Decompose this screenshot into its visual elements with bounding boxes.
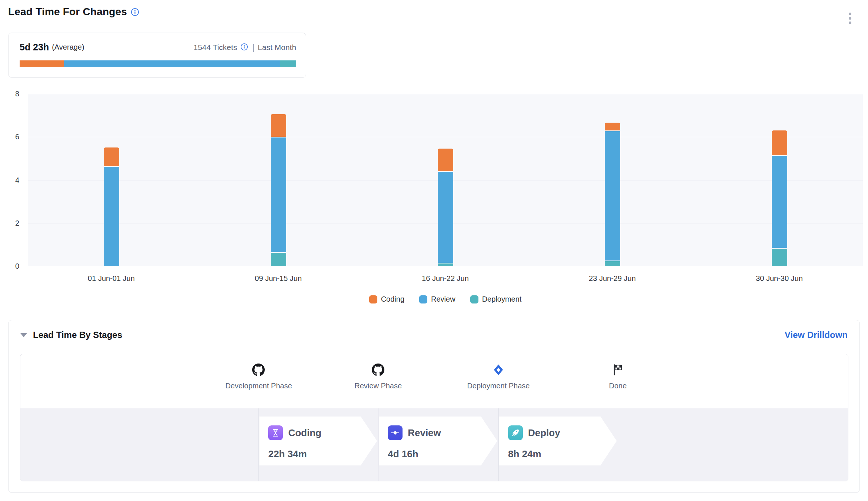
x-axis-label: 30 Jun-30 Jun — [735, 274, 824, 283]
phase-deployment: Deployment Phase — [447, 363, 550, 390]
column-divider — [498, 408, 499, 481]
github-icon — [252, 363, 265, 376]
stage-duration: 8h 24m — [508, 448, 596, 460]
y-axis-label: 2 — [0, 218, 19, 228]
bar-segment-review-0[interactable] — [104, 166, 119, 266]
gridline — [28, 94, 863, 94]
gridline — [28, 137, 863, 137]
stage-card-deploy: Deploy 8h 24m — [499, 417, 617, 465]
bar-segment-review-1[interactable] — [271, 137, 286, 252]
bar-segment-deployment-2[interactable] — [438, 263, 453, 266]
rocket-icon — [508, 425, 523, 440]
column-divider — [258, 408, 259, 481]
bar-segment-coding-4[interactable] — [772, 130, 787, 155]
github-icon — [372, 363, 384, 376]
phase-label: Development Phase — [225, 382, 292, 390]
bar-segment-deployment-4[interactable] — [772, 248, 787, 266]
stages-header: Lead Time By Stages View Drilldown — [20, 328, 848, 342]
y-axis-label: 0 — [0, 261, 19, 271]
bar-segment-coding-2[interactable] — [438, 149, 453, 171]
column-divider — [378, 408, 378, 481]
phase-label: Done — [609, 382, 627, 390]
legend-label: Deployment — [482, 295, 522, 303]
lead-time-by-stages-card: Lead Time By Stages View Drilldown Devel… — [8, 320, 860, 493]
stage-table: Development Phase Review Phase Deploymen… — [20, 354, 848, 481]
stage-card-review: Review 4d 16h — [379, 417, 497, 465]
bar-segment-coding-3[interactable] — [605, 123, 620, 130]
stage-body: Coding 22h 34m Review 4d 16h — [20, 408, 848, 481]
legend-item-coding[interactable]: Coding — [369, 295, 404, 303]
stage-duration: 22h 34m — [268, 448, 356, 460]
phase-development: Development Phase — [207, 363, 310, 390]
phase-review: Review Phase — [326, 363, 430, 390]
bar-segment-coding-1[interactable] — [271, 114, 286, 137]
legend-swatch — [419, 295, 427, 303]
x-axis-label: 01 Jun-01 Jun — [67, 274, 156, 283]
x-axis-label: 23 Jun-29 Jun — [568, 274, 657, 283]
bar-segment-coding-0[interactable] — [104, 147, 119, 166]
legend-label: Coding — [381, 295, 404, 303]
bar-segment-deployment-1[interactable] — [271, 252, 286, 266]
chart-legend: CodingReviewDeployment — [28, 295, 863, 303]
legend-swatch — [369, 295, 377, 303]
bar-segment-review-4[interactable] — [772, 155, 787, 248]
y-axis-label: 4 — [0, 175, 19, 185]
column-divider — [618, 408, 618, 481]
stage-name: Coding — [288, 427, 321, 439]
legend-item-deployment[interactable]: Deployment — [470, 295, 522, 303]
stage-name: Deploy — [528, 427, 560, 439]
phase-header-row: Development Phase Review Phase Deploymen… — [20, 354, 848, 408]
plot-area — [28, 94, 863, 266]
legend-label: Review — [431, 295, 455, 303]
diamond-icon — [493, 363, 504, 376]
hourglass-icon — [268, 425, 283, 440]
x-axis-label: 16 Jun-22 Jun — [401, 274, 490, 283]
legend-swatch — [470, 295, 478, 303]
checkered-flag-icon — [612, 363, 623, 376]
lead-time-panel: Lead Time For Changes 5d 23h (Average) 1… — [0, 0, 868, 501]
legend-item-review[interactable]: Review — [419, 295, 455, 303]
lead-time-chart: 0246801 Jun-01 Jun09 Jun-15 Jun16 Jun-22… — [0, 0, 868, 311]
phase-label: Deployment Phase — [467, 382, 530, 390]
view-drilldown-link[interactable]: View Drilldown — [785, 330, 848, 340]
stages-title: Lead Time By Stages — [33, 330, 122, 340]
stage-duration: 4d 16h — [388, 448, 477, 460]
y-axis-label: 8 — [0, 89, 19, 99]
collapse-caret-icon[interactable] — [20, 333, 27, 337]
stage-name: Review — [408, 427, 441, 439]
phase-label: Review Phase — [354, 382, 402, 390]
phase-done: Done — [566, 363, 670, 390]
commit-icon — [388, 425, 403, 440]
x-axis-label: 09 Jun-15 Jun — [234, 274, 323, 283]
y-axis-label: 6 — [0, 132, 19, 142]
bar-segment-review-3[interactable] — [605, 130, 620, 261]
stage-card-coding: Coding 22h 34m — [259, 417, 377, 465]
bar-segment-deployment-3[interactable] — [605, 261, 620, 266]
bar-segment-review-2[interactable] — [438, 171, 453, 263]
